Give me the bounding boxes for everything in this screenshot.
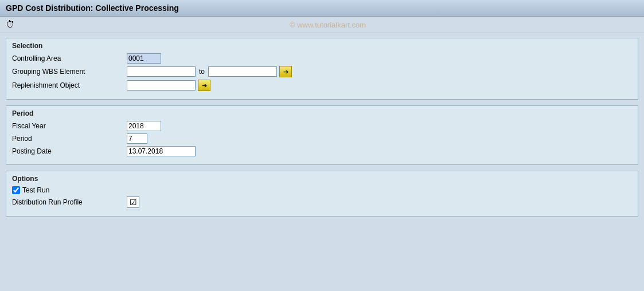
controlling-area-label: Controlling Area: [12, 54, 127, 62]
posting-date-input[interactable]: [127, 146, 196, 156]
test-run-label[interactable]: Test Run: [22, 186, 49, 194]
period-section: Period Fiscal Year Period Posting Date: [6, 105, 638, 165]
options-section-title: Options: [12, 175, 632, 183]
to-label: to: [199, 68, 205, 76]
period-row: Period: [12, 133, 632, 144]
distribution-run-profile-label: Distribution Run Profile: [12, 198, 127, 206]
selection-section-title: Selection: [12, 42, 632, 50]
grouping-wbs-to-input[interactable]: [208, 66, 277, 77]
clock-icon[interactable]: ⏱: [5, 19, 16, 30]
replenishment-object-nav-button[interactable]: ➔: [198, 80, 210, 91]
test-run-checkbox[interactable]: [12, 186, 20, 194]
period-label: Period: [12, 135, 127, 143]
test-run-row: Test Run: [12, 186, 632, 194]
posting-date-label: Posting Date: [12, 147, 127, 155]
fiscal-year-input[interactable]: [127, 121, 161, 131]
arrow-icon-2: ➔: [202, 82, 207, 89]
main-content: Selection Controlling Area Grouping WBS …: [0, 33, 644, 227]
distribution-run-profile-row: Distribution Run Profile ☑: [12, 196, 632, 208]
period-section-title: Period: [12, 109, 632, 117]
controlling-area-input[interactable]: [127, 53, 161, 64]
posting-date-row: Posting Date: [12, 146, 632, 156]
grouping-wbs-from-input[interactable]: [127, 66, 196, 77]
options-section: Options Test Run Distribution Run Profil…: [6, 171, 638, 217]
title-bar: GPD Cost Distribution: Collective Proces…: [0, 0, 644, 17]
grouping-wbs-nav-button[interactable]: ➔: [279, 66, 292, 77]
controlling-area-row: Controlling Area: [12, 53, 632, 64]
page-title: GPD Cost Distribution: Collective Proces…: [6, 3, 179, 13]
grouping-wbs-row: Grouping WBS Element to ➔: [12, 66, 632, 77]
replenishment-object-row: Replenishment Object ➔: [12, 80, 632, 91]
arrow-icon: ➔: [283, 68, 288, 76]
grouping-wbs-label: Grouping WBS Element: [12, 68, 127, 76]
toolbar: ⏱ © www.tutorialkart.com: [0, 17, 644, 33]
fiscal-year-row: Fiscal Year: [12, 121, 632, 131]
watermark-text: © www.tutorialkart.com: [16, 21, 639, 29]
replenishment-object-input[interactable]: [127, 80, 196, 91]
distribution-run-profile-checkmark[interactable]: ☑: [127, 196, 139, 208]
selection-section: Selection Controlling Area Grouping WBS …: [6, 38, 638, 100]
period-input[interactable]: [127, 133, 147, 144]
test-run-checkbox-wrapper[interactable]: Test Run: [12, 186, 49, 194]
replenishment-object-label: Replenishment Object: [12, 81, 127, 89]
fiscal-year-label: Fiscal Year: [12, 122, 127, 130]
